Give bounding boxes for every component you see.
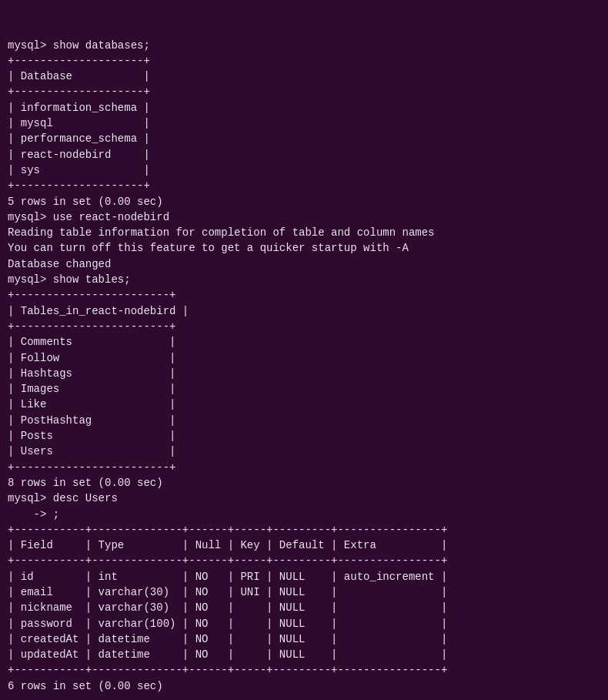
terminal-line: | createdAt | datetime | NO | | NULL | | [8, 631, 600, 647]
terminal-line: | Field | Type | Null | Key | Default | … [8, 538, 600, 553]
terminal-line: Reading table information for completion… [8, 225, 600, 240]
terminal-line: +--------------------+ [8, 84, 600, 99]
terminal-line: | updatedAt | datetime | NO | | NULL | | [8, 647, 600, 662]
terminal-line: mysql> show tables; [8, 272, 600, 287]
terminal-line: | PostHashtag | [8, 413, 600, 428]
terminal-line: | id | int | NO | PRI | NULL | auto_incr… [8, 569, 600, 584]
terminal-line: +-----------+--------------+------+-----… [8, 522, 600, 538]
terminal-line: mysql> desc Users [8, 491, 600, 506]
terminal-line: You can turn off this feature to get a q… [8, 240, 600, 256]
terminal-line: | email | varchar(30) | NO | UNI | NULL … [8, 584, 600, 600]
terminal-line: 8 rows in set (0.00 sec) [8, 475, 600, 491]
terminal-line: | nickname | varchar(30) | NO | | NULL |… [8, 600, 600, 615]
terminal-line: | Images | [8, 381, 600, 397]
terminal-line: mysql> show databases; [8, 38, 600, 53]
terminal-line: -> ; [8, 507, 600, 522]
terminal-line: +------------------------+ [8, 287, 600, 303]
terminal-line: +------------------------+ [8, 460, 600, 475]
terminal-line: +--------------------+ [8, 53, 600, 69]
terminal-line: | mysql | [8, 116, 600, 131]
terminal-output: mysql> show databases;+-----------------… [8, 6, 600, 700]
terminal-line: | Hashtags | [8, 366, 600, 381]
terminal-line: | sys | [8, 162, 600, 178]
terminal-line: | react-nodebird | [8, 147, 600, 162]
terminal-line: | Comments | [8, 334, 600, 350]
terminal-line: +-----------+--------------+------+-----… [8, 553, 600, 568]
terminal-line: +-----------+--------------+------+-----… [8, 662, 600, 678]
terminal-line: mysql> use react-nodebird [8, 209, 600, 225]
terminal-line: | Database | [8, 69, 600, 84]
terminal-line: Database changed [8, 256, 600, 272]
terminal-lines: mysql> show databases;+-----------------… [8, 38, 600, 694]
terminal-line: | information_schema | [8, 100, 600, 116]
terminal-line: | performance_schema | [8, 131, 600, 146]
terminal-line: | Users | [8, 444, 600, 459]
terminal-line: | Posts | [8, 428, 600, 444]
terminal-line: | Like | [8, 397, 600, 412]
terminal-line: +--------------------+ [8, 178, 600, 193]
terminal-line: 5 rows in set (0.00 sec) [8, 194, 600, 209]
terminal-line: | Follow | [8, 350, 600, 366]
terminal-line: | password | varchar(100) | NO | | NULL … [8, 616, 600, 631]
terminal-line: 6 rows in set (0.00 sec) [8, 678, 600, 694]
terminal-line: | Tables_in_react-nodebird | [8, 303, 600, 319]
terminal-line: +------------------------+ [8, 319, 600, 334]
